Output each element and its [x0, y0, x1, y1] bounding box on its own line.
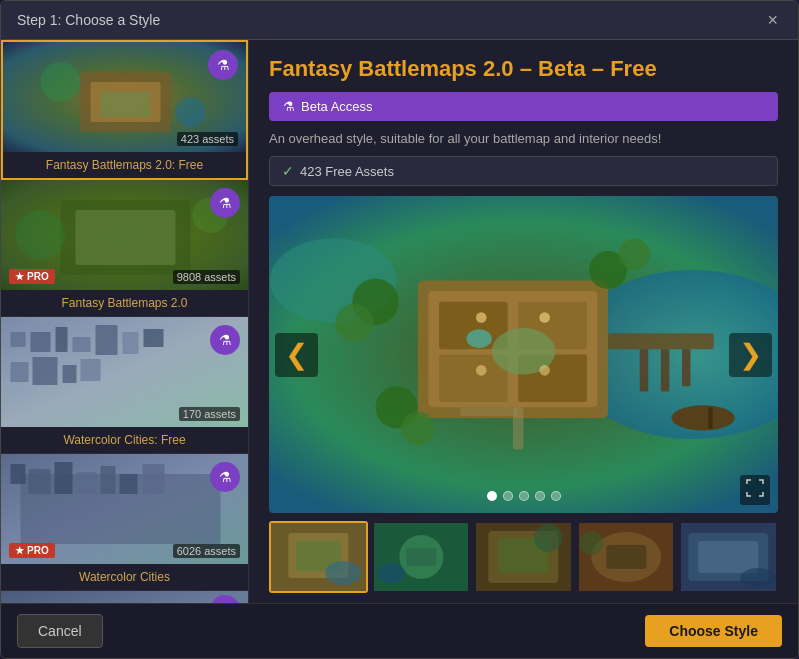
sidebar-item-fb2-free[interactable]: ⚗ 423 assets Fantasy Battlemaps 2.0: Fre…: [1, 40, 248, 180]
svg-rect-15: [73, 337, 91, 352]
thumbnail-strip: [269, 521, 778, 593]
svg-rect-28: [77, 472, 97, 494]
svg-rect-13: [31, 332, 51, 352]
asset-badge-wc-free: 170 assets: [179, 407, 240, 421]
prev-button[interactable]: ❮: [275, 333, 318, 377]
beta-access-label: Beta Access: [301, 99, 373, 114]
svg-point-73: [534, 524, 562, 552]
style-name-wc-free: Watercolor Cities: Free: [1, 427, 248, 453]
modal-header: Step 1: Choose a Style ×: [1, 1, 798, 40]
svg-point-5: [176, 97, 206, 127]
thumb-inner-3: [579, 523, 674, 591]
style-name-wc: Watercolor Cities: [1, 564, 248, 590]
style-thumb-fb2-free: ⚗ 423 assets: [3, 42, 246, 152]
style-description: An overhead style, suitable for all your…: [269, 131, 778, 146]
style-title: Fantasy Battlemaps 2.0 – Beta – Free: [269, 56, 778, 82]
asset-badge-fb2: 9808 assets: [173, 270, 240, 284]
svg-rect-19: [11, 362, 29, 382]
sidebar-item-wc-free[interactable]: ⚗ 170 assets Watercolor Cities: Free: [1, 317, 248, 454]
thumbnail-0[interactable]: [269, 521, 368, 593]
sidebar-item-last[interactable]: ⚗: [1, 591, 248, 603]
svg-point-60: [476, 365, 487, 376]
beta-access-button[interactable]: ⚗ Beta Access: [269, 92, 778, 121]
dot-2[interactable]: [519, 491, 529, 501]
svg-point-4: [41, 62, 81, 102]
svg-point-50: [335, 304, 373, 342]
svg-point-9: [16, 210, 66, 260]
image-dots: [487, 491, 561, 501]
svg-point-47: [671, 405, 734, 430]
svg-rect-20: [33, 357, 58, 385]
pro-badge-wc: ★ PRO: [9, 543, 55, 558]
svg-rect-45: [661, 349, 669, 391]
battlemap-container: [269, 196, 778, 513]
asset-badge-fb2-free: 423 assets: [177, 132, 238, 146]
beta-icon-wc-free: ⚗: [210, 325, 240, 355]
svg-point-54: [619, 238, 651, 270]
modal-body: ⚗ 423 assets Fantasy Battlemaps 2.0: Fre…: [1, 40, 798, 603]
svg-rect-29: [101, 466, 116, 494]
pro-badge-fb2: ★ PRO: [9, 269, 55, 284]
thumbnail-2[interactable]: [474, 521, 573, 593]
thumb-inner-0: [271, 523, 366, 591]
svg-rect-26: [29, 469, 51, 494]
modal-footer: Cancel Choose Style: [1, 603, 798, 658]
close-button[interactable]: ×: [763, 11, 782, 29]
dot-4[interactable]: [551, 491, 561, 501]
svg-rect-16: [96, 325, 118, 355]
svg-rect-27: [55, 462, 73, 494]
battlemap-svg: [269, 196, 778, 513]
style-thumb-last: ⚗: [1, 591, 248, 603]
cancel-button[interactable]: Cancel: [17, 614, 103, 648]
svg-rect-43: [608, 333, 714, 349]
dot-1[interactable]: [503, 491, 513, 501]
svg-point-69: [377, 563, 405, 583]
next-button[interactable]: ❯: [729, 333, 772, 377]
svg-rect-30: [120, 474, 138, 494]
dot-3[interactable]: [535, 491, 545, 501]
svg-rect-12: [11, 332, 26, 347]
svg-point-77: [579, 531, 603, 555]
svg-point-59: [539, 312, 550, 323]
free-assets-label: 423 Free Assets: [300, 164, 394, 179]
svg-point-58: [476, 312, 487, 323]
style-name-fb2-free: Fantasy Battlemaps 2.0: Free: [3, 152, 246, 178]
svg-rect-68: [406, 548, 436, 566]
check-icon: ✓: [282, 163, 294, 179]
svg-rect-80: [699, 541, 759, 573]
svg-point-61: [539, 365, 550, 376]
svg-rect-48: [708, 407, 712, 428]
svg-rect-56: [460, 407, 518, 415]
image-viewer: ❮ ❯: [269, 196, 778, 513]
sidebar-item-fb2[interactable]: ⚗ ★ PRO 9808 assets Fantasy Battlemaps 2…: [1, 180, 248, 317]
style-thumb-wc-free: ⚗ 170 assets: [1, 317, 248, 427]
svg-rect-46: [682, 349, 690, 386]
svg-rect-17: [123, 332, 139, 354]
modal-title: Step 1: Choose a Style: [17, 12, 160, 28]
sidebar-item-wc[interactable]: ⚗ ★ PRO 6026 assets Watercolor Cities: [1, 454, 248, 591]
dot-0[interactable]: [487, 491, 497, 501]
style-thumb-fb2: ⚗ ★ PRO 9808 assets: [1, 180, 248, 290]
svg-rect-18: [144, 329, 164, 347]
style-name-fb2: Fantasy Battlemaps 2.0: [1, 290, 248, 316]
fullscreen-button[interactable]: [740, 475, 770, 505]
main-content: Fantasy Battlemaps 2.0 – Beta – Free ⚗ B…: [249, 40, 798, 603]
svg-point-81: [741, 568, 776, 588]
svg-rect-76: [606, 545, 646, 569]
thumbnail-4[interactable]: [679, 521, 778, 593]
thumb-inner-4: [681, 523, 776, 591]
svg-rect-32: [1, 591, 248, 603]
choose-style-button[interactable]: Choose Style: [645, 615, 782, 647]
beta-icon-btn: ⚗: [283, 99, 295, 114]
beta-icon-fb2: ⚗: [210, 188, 240, 218]
beta-icon-wc: ⚗: [210, 462, 240, 492]
modal: Step 1: Choose a Style ×: [0, 0, 799, 659]
svg-rect-25: [11, 464, 26, 484]
svg-rect-21: [63, 365, 77, 383]
svg-rect-22: [81, 359, 101, 381]
style-sidebar: ⚗ 423 assets Fantasy Battlemaps 2.0: Fre…: [1, 40, 249, 603]
svg-rect-31: [143, 464, 165, 494]
thumbnail-1[interactable]: [372, 521, 471, 593]
thumbnail-3[interactable]: [577, 521, 676, 593]
svg-point-57: [466, 329, 491, 348]
